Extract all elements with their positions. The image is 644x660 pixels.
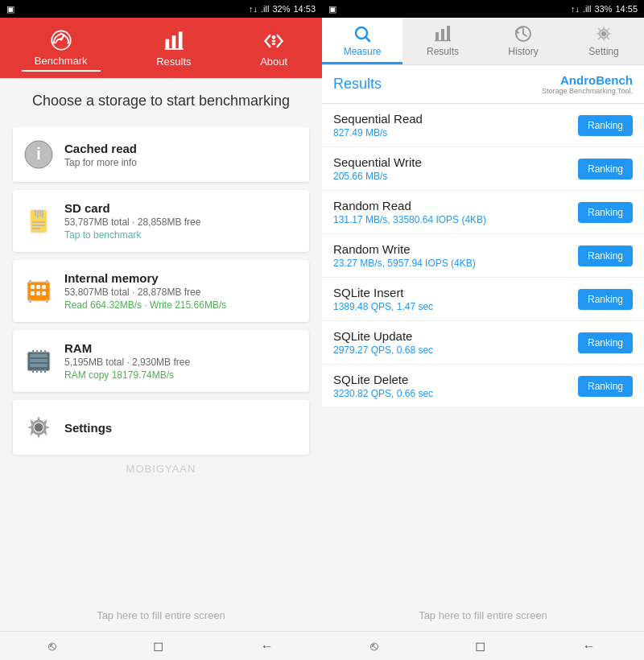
svg-rect-22 — [32, 228, 40, 229]
battery-left: 32% — [272, 4, 290, 14]
cached-read-name: Cached read — [64, 142, 299, 155]
tab-history[interactable]: History — [483, 18, 564, 64]
notification-icon: ▣ — [6, 4, 14, 14]
speedometer-icon — [50, 29, 72, 52]
sqlite-update-name: SQLite Update — [333, 329, 578, 343]
random-write-ranking-btn[interactable]: Ranking — [578, 245, 633, 266]
sd-card-name: SD card — [64, 201, 299, 215]
cached-read-item[interactable]: i Cached read Tap for more info — [13, 127, 309, 182]
tab-results-left[interactable]: Results — [143, 27, 204, 71]
sequential-read-value: 827.49 MB/s — [333, 127, 578, 138]
sqlite-update-info: SQLite Update 2979.27 QPS, 0.68 sec — [333, 329, 578, 356]
androbench-name-plain: Bench — [596, 73, 633, 87]
left-header: Benchmark Results About — [0, 18, 322, 78]
sqlite-delete-ranking-btn[interactable]: Ranking — [578, 376, 633, 397]
internal-memory-action: Read 664.32MB/s · Write 215.66MB/s — [64, 299, 299, 311]
svg-point-56 — [601, 31, 606, 36]
svg-rect-38 — [32, 350, 34, 353]
svg-rect-28 — [36, 291, 40, 295]
time-left: 14:53 — [293, 4, 316, 14]
right-footer: Tap here to fill entire screen — [322, 600, 644, 631]
info-icon-container: i — [23, 138, 55, 171]
sequential-read-ranking-btn[interactable]: Ranking — [578, 115, 633, 136]
result-random-write: Random Write 23.27 MB/s, 5957.94 IOPS (4… — [322, 234, 644, 278]
sqlite-update-ranking-btn[interactable]: Ranking — [578, 332, 633, 353]
setting-gear-icon — [594, 24, 613, 43]
tab-benchmark[interactable]: Benchmark — [22, 26, 101, 72]
sequential-read-info: Sequential Read 827.49 MB/s — [333, 112, 578, 138]
sqlite-insert-info: SQLite Insert 1389.48 QPS, 1.47 sec — [333, 286, 578, 312]
tab-setting[interactable]: Setting — [564, 18, 644, 64]
ram-detail: 5,195MB total · 2,930MB free — [64, 357, 299, 368]
tab-about[interactable]: About — [247, 27, 300, 71]
svg-rect-41 — [44, 350, 46, 353]
left-nav-bar: ⎋ ◻ ← — [0, 631, 322, 660]
sequential-write-name: Sequential Write — [333, 155, 578, 169]
svg-rect-39 — [36, 350, 38, 353]
settings-info: Settings — [64, 421, 299, 435]
svg-rect-19 — [42, 210, 43, 218]
sd-card-action: Tap to benchmark — [64, 229, 299, 241]
nav-home-right[interactable]: ◻ — [475, 638, 485, 654]
ram-name: RAM — [64, 341, 299, 355]
info-icon: i — [24, 140, 53, 169]
nav-recent-right[interactable]: ⎋ — [370, 639, 378, 654]
signal-icon: ↑↓ — [249, 4, 258, 14]
svg-rect-10 — [272, 40, 276, 42]
tab-measure[interactable]: Measure — [322, 18, 402, 64]
svg-rect-24 — [31, 285, 35, 289]
svg-rect-53 — [447, 26, 450, 40]
right-tabs: Measure Results History — [322, 18, 644, 65]
svg-rect-21 — [32, 225, 45, 226]
settings-item[interactable]: Settings — [13, 400, 309, 455]
svg-rect-25 — [36, 285, 40, 289]
svg-rect-42 — [32, 369, 34, 373]
results-icon-right — [433, 24, 452, 43]
svg-point-9 — [272, 35, 276, 39]
svg-rect-15 — [31, 210, 34, 218]
battery-right: 33% — [594, 4, 612, 14]
result-sqlite-delete: SQLite Delete 3230.82 QPS, 0.66 sec Rank… — [322, 365, 644, 408]
sqlite-insert-name: SQLite Insert — [333, 286, 578, 299]
svg-rect-44 — [40, 369, 42, 373]
nav-home-left[interactable]: ◻ — [153, 638, 163, 654]
sd-card-item[interactable]: SD card 53,787MB total · 28,858MB free T… — [13, 190, 309, 252]
sqlite-insert-ranking-btn[interactable]: Ranking — [578, 289, 633, 310]
nav-back-right[interactable]: ← — [583, 639, 596, 654]
svg-line-50 — [366, 38, 370, 42]
svg-point-1 — [60, 38, 63, 41]
nav-back-left[interactable]: ← — [261, 639, 274, 654]
right-nav-bar: ⎋ ◻ ← — [322, 631, 644, 660]
svg-rect-33 — [46, 299, 48, 303]
nav-recent-left[interactable]: ⎋ — [48, 639, 56, 654]
measure-search-icon — [353, 24, 372, 43]
results-header: Results AndroBench Storage Benchmarking … — [322, 65, 644, 104]
random-read-ranking-btn[interactable]: Ranking — [578, 202, 633, 223]
sequential-write-ranking-btn[interactable]: Ranking — [578, 159, 633, 179]
left-footer: Tap here to fill entire screen — [0, 600, 322, 631]
sqlite-insert-value: 1389.48 QPS, 1.47 sec — [333, 301, 578, 312]
time-right: 14:55 — [615, 4, 638, 14]
ram-icon-container — [23, 345, 55, 377]
svg-rect-40 — [40, 350, 42, 353]
results-title: Results — [333, 76, 382, 93]
androbench-name: AndroBench — [560, 73, 633, 87]
tab-results-right[interactable]: Results — [402, 18, 483, 64]
svg-rect-16 — [35, 210, 36, 217]
random-write-value: 23.27 MB/s, 5957.94 IOPS (4KB) — [333, 258, 578, 269]
random-write-info: Random Write 23.27 MB/s, 5957.94 IOPS (4… — [333, 242, 578, 269]
sqlite-update-value: 2979.27 QPS, 0.68 sec — [333, 344, 578, 356]
internal-memory-detail: 53,807MB total · 28,878MB free — [64, 287, 299, 298]
internal-memory-name: Internal memory — [64, 271, 299, 285]
results-list: Sequential Read 827.49 MB/s Ranking Sequ… — [322, 104, 644, 600]
watermark: MOBIGYAAN — [13, 463, 309, 475]
svg-text:i: i — [36, 145, 41, 163]
cached-read-detail: Tap for more info — [64, 157, 299, 168]
status-bar-left: ▣ ↑↓ .ill 32% 14:53 — [0, 0, 322, 18]
result-sqlite-insert: SQLite Insert 1389.48 QPS, 1.47 sec Rank… — [322, 278, 644, 321]
internal-memory-item[interactable]: Internal memory 53,807MB total · 28,878M… — [13, 260, 309, 322]
svg-rect-26 — [42, 285, 46, 289]
ram-item[interactable]: RAM 5,195MB total · 2,930MB free RAM cop… — [13, 330, 309, 392]
sequential-write-value: 205.66 MB/s — [333, 171, 578, 182]
svg-rect-18 — [39, 210, 41, 217]
